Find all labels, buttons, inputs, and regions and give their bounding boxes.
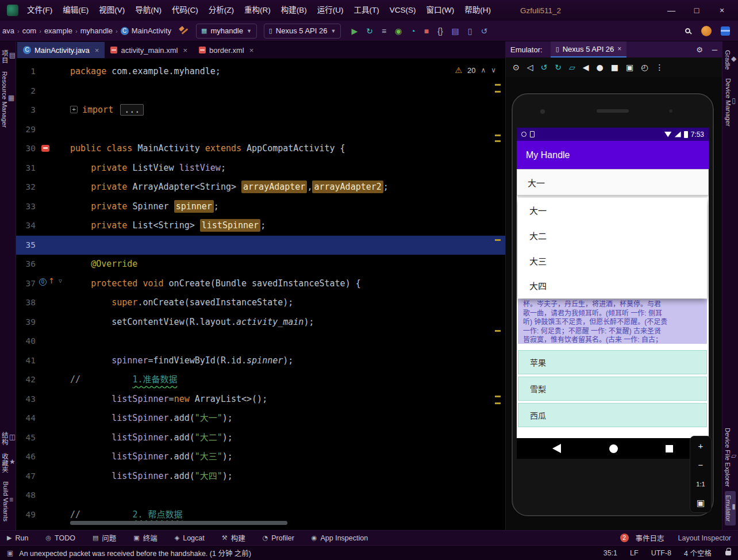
hide-panel-icon[interactable]: ─ <box>712 45 717 54</box>
dropdown-item-0[interactable]: 大一 <box>518 198 707 223</box>
apply-changes-icon[interactable]: ↻ <box>366 27 373 35</box>
code-line-45[interactable]: 45 listSpinner.add("大二"); <box>16 428 505 448</box>
code-line-42[interactable]: 42// 1.准备数据 <box>16 370 505 390</box>
code-line-30[interactable]: 30public class MainActivity extends AppC… <box>16 139 505 159</box>
dropdown-item-3[interactable]: 大四 <box>518 273 707 298</box>
code-line-44[interactable]: 44 listSpinner.add("大一"); <box>16 409 505 428</box>
code-line-47[interactable]: 47 listSpinner.add("大四"); <box>16 467 505 486</box>
emulator-device-tab[interactable]: ▯ Nexus 5 API 26 × <box>551 41 627 57</box>
menu-item-0[interactable]: 文件(F) <box>22 0 57 21</box>
tab-close-icon[interactable]: × <box>95 46 99 55</box>
run-configurations-icon[interactable]: ≡ <box>382 27 386 35</box>
back-button[interactable] <box>552 444 561 453</box>
code-line-43[interactable]: 43 listSpinner=new ArrayList<>(); <box>16 390 505 409</box>
code-line-36[interactable]: 36 @Override <box>16 255 505 274</box>
zoom-in-button[interactable]: + <box>690 436 711 455</box>
menu-item-3[interactable]: 导航(N) <box>130 0 167 21</box>
menu-item-2[interactable]: 视图(V) <box>94 0 130 21</box>
profile-avatar[interactable] <box>701 26 712 36</box>
toolwindow-button-run-tool[interactable]: ▶Run <box>7 534 28 542</box>
code-line-1[interactable]: 1package com.example.myhandle; <box>16 62 505 82</box>
rotate-left-icon[interactable]: ↺ <box>541 63 548 71</box>
list-item-1[interactable]: 雪梨 <box>518 377 707 401</box>
zoom-out-button[interactable]: − <box>690 455 711 474</box>
dropdown-item-2[interactable]: 大三 <box>518 248 707 273</box>
editor-tab-border.xml[interactable]: border.xml× <box>193 42 259 58</box>
editor-tab-MainActivity.java[interactable]: CMainActivity.java× <box>17 42 105 58</box>
menu-item-1[interactable]: 编辑(E) <box>57 0 94 21</box>
code-braces-icon[interactable]: {} <box>437 27 443 35</box>
snapshots-icon[interactable]: ◴ <box>641 63 648 71</box>
tool-button-favorites[interactable]: ★收藏夹 <box>0 449 16 477</box>
tool-button-structure[interactable]: ◫结构 <box>0 428 16 449</box>
device-manager-icon[interactable]: ▯ <box>468 27 472 35</box>
code-line-35[interactable]: 35 <box>16 236 505 255</box>
phone-screen[interactable]: 7:53 My Handle 大一 大一大二大三大四 杯。岑夫子，丹丘生，将进酒… <box>517 128 709 459</box>
toolwindow-button-app-inspection[interactable]: ◉App Inspection <box>312 534 368 542</box>
breadcrumb-item-4[interactable]: MainActivity <box>132 26 171 35</box>
code-line-3[interactable]: 3+import ... <box>16 101 505 120</box>
stop-icon[interactable]: ■ <box>424 27 429 35</box>
fold-arrow-icon[interactable]: ▽ <box>59 278 62 284</box>
android-class-icon[interactable] <box>41 145 49 152</box>
error-stripe-mark[interactable] <box>495 140 501 142</box>
search-everywhere-icon[interactable] <box>685 28 690 33</box>
record-icon[interactable]: ● <box>597 63 604 71</box>
code-line-37[interactable]: 37O↑▽ protected void onCreate(Bundle sav… <box>16 274 505 294</box>
attach-debugger-icon[interactable]: ▤ <box>452 27 459 35</box>
error-stripe-mark[interactable] <box>495 91 501 93</box>
dropdown-item-1[interactable]: 大二 <box>518 223 707 248</box>
toolwindow-button-terminal[interactable]: ▣终端 <box>133 532 157 543</box>
previous-warning-icon[interactable]: ∧ <box>481 66 486 74</box>
tool-button-build-variants[interactable]: ≡Build Variants <box>2 477 13 526</box>
device-select[interactable]: ▯ Nexus 5 API 26 ▼ <box>264 24 341 39</box>
code-line-39[interactable]: 39 setContentView(R.layout.activity_main… <box>16 313 505 332</box>
tool-button-emulator[interactable]: ▮Emulator <box>725 491 736 526</box>
sync-project-icon[interactable]: ↺ <box>481 27 488 35</box>
maximize-button[interactable]: □ <box>684 0 709 21</box>
file-encoding[interactable]: UTF-8 <box>651 549 671 557</box>
tab-close-icon[interactable]: × <box>183 46 187 55</box>
code-line-40[interactable]: 40 <box>16 332 505 351</box>
build-hammer-icon[interactable] <box>179 26 189 36</box>
fold-icon[interactable]: ▱ <box>569 63 575 71</box>
code-editor[interactable]: ⚠ 20 ∧ ∨ 1package com.example.myhandle;2… <box>16 59 505 530</box>
breadcrumb-item-3[interactable]: myhandle <box>80 26 113 35</box>
toolwindow-button-todo[interactable]: ◎TODO <box>45 534 75 542</box>
whats-new-icon[interactable] <box>721 26 730 36</box>
breadcrumb-item-1[interactable]: com <box>22 26 37 35</box>
tab-close-icon[interactable]: × <box>249 46 254 55</box>
run-icon[interactable]: ▶ <box>351 27 358 35</box>
overrides-method-icon[interactable]: O <box>39 278 47 286</box>
breadcrumb-item-2[interactable]: example <box>44 26 72 35</box>
tool-button-device-file-explorer[interactable]: ▱Device File Explorer <box>724 424 736 491</box>
menu-item-7[interactable]: 构建(B) <box>276 0 312 21</box>
volume-icon[interactable]: ◁ <box>527 63 533 71</box>
menu-item-9[interactable]: 工具(T) <box>349 0 385 21</box>
zoom-reset-button[interactable]: 1:1 <box>690 474 711 493</box>
code-line-2[interactable]: 2 <box>16 82 505 101</box>
close-button[interactable]: × <box>709 0 735 21</box>
error-stripe-mark[interactable] <box>495 135 501 136</box>
rotate-right-icon[interactable]: ↻ <box>555 63 562 71</box>
editor-tab-activity_main.xml[interactable]: activity_main.xml× <box>105 42 193 58</box>
list-item-0[interactable]: 苹果 <box>518 350 707 374</box>
settings-gear-icon[interactable]: ⚙ <box>696 45 703 54</box>
readonly-lock-icon[interactable] <box>725 551 731 555</box>
caret-position[interactable]: 35:1 <box>604 549 617 557</box>
layout-inspector-button[interactable]: Layout Inspector <box>678 534 731 542</box>
tab-close-icon[interactable]: × <box>617 45 621 53</box>
more-icon[interactable]: ⋮ <box>655 63 663 71</box>
menu-item-12[interactable]: 帮助(H) <box>459 0 496 21</box>
recents-button[interactable] <box>666 445 673 452</box>
error-stripe-mark[interactable] <box>495 330 501 332</box>
error-stripe-mark[interactable] <box>495 396 501 397</box>
debug-icon[interactable]: ◉ <box>395 27 402 35</box>
horizontal-scrollbar[interactable] <box>70 521 287 525</box>
code-line-34[interactable]: 34 private List<String> listSpinner; <box>16 216 505 236</box>
code-line-33[interactable]: 33 private Spinner spinner; <box>16 197 505 217</box>
error-stripe-mark[interactable] <box>495 239 501 241</box>
code-line-38[interactable]: 38 super.onCreate(savedInstanceState); <box>16 293 505 313</box>
home-button[interactable] <box>609 444 618 453</box>
spinner-collapsed[interactable]: 大一 <box>517 169 709 195</box>
